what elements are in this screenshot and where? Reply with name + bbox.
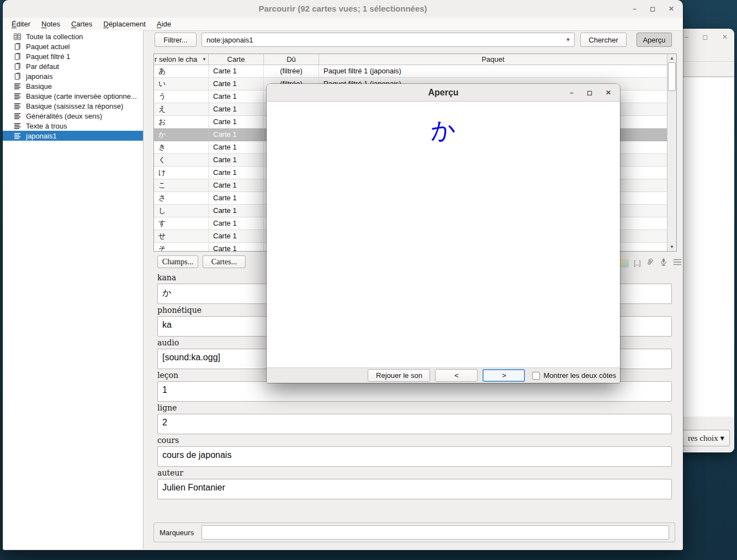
tags-input[interactable] [202,525,669,540]
cell-sort-field: か [154,129,209,141]
cell-sort-field: け [154,167,209,179]
deck-icon [13,62,22,71]
replay-audio-button[interactable]: Rejouer le son [368,369,430,382]
show-both-sides-checkbox[interactable] [532,372,540,380]
bg-close-icon[interactable]: ✕ [722,33,728,41]
minimize-icon[interactable]: – [633,6,637,12]
cell-sort-field: そ [154,243,209,252]
preview-minimize-icon[interactable]: – [570,89,574,96]
sidebar-item-label: Toute la collection [26,33,83,41]
filter-button[interactable]: Filtrer... [155,33,197,47]
column-header-deck[interactable]: Paquet [319,54,667,65]
field-input[interactable]: cours de japonais [157,446,672,467]
cell-sort-field: し [154,205,209,217]
preview-button[interactable]: Aperçu [637,33,672,47]
preview-title: Aperçu [428,88,458,97]
sidebar-item-label: japonais [26,72,52,81]
preview-dialog: Aperçu – ◻ ✕ か Rejouer le son < > Montre… [267,84,620,383]
cards-button[interactable]: Cartes... [203,255,246,268]
table-scrollbar[interactable]: ▲ ▼ [667,54,676,251]
cell-card: Carte 1 [209,103,264,115]
menu-item-aide[interactable]: Aide [151,18,177,30]
menu-item-deplacement[interactable]: Déplacement [98,18,151,30]
preview-card-area: か [267,102,620,368]
scroll-down-icon[interactable]: ▼ [667,244,676,249]
sidebar-item[interactable]: japonais [3,71,143,81]
cell-card: Carte 1 [209,243,264,252]
cell-card: Carte 1 [209,205,264,217]
field-input[interactable]: 2 [157,414,672,434]
cell-card: Carte 1 [209,78,264,90]
sidebar-item-label: Paquet actuel [26,42,70,51]
column-header-sort-field[interactable]: r selon le cha ▼ [154,54,209,65]
cell-sort-field: す [154,217,209,230]
field-input[interactable]: 1 [157,381,672,402]
cell-due: (filtrée) [264,65,319,77]
sidebar-item-label: Généralités (deux sens) [26,112,102,120]
bg-maximize-icon[interactable]: ◻ [702,33,708,41]
sidebar-item-label: Basique (saisissez la réponse) [26,102,123,110]
cell-card: Carte 1 [209,192,264,204]
window-title: Parcourir (92 cartes vues; 1 sélectionné… [258,4,427,13]
sidebar-item-label: Paquet filtré 1 [26,52,70,61]
text-color-icon[interactable] [620,259,629,268]
sidebar-item[interactable]: Basique [3,81,143,91]
sidebar-item-label: Par défaut [26,62,59,71]
sidebar-item-label: Basique [26,82,52,90]
sidebar-item[interactable]: japonais1 [3,131,143,141]
fields-button[interactable]: Champs... [157,255,198,268]
collection-icon [13,33,22,41]
field-input[interactable]: Julien Fontanier [157,479,672,499]
preview-title-bar[interactable]: Aperçu – ◻ ✕ [267,84,620,102]
sidebar-item[interactable]: Basique (saisissez la réponse) [3,101,143,111]
close-icon[interactable]: ✕ [669,6,674,12]
table-row[interactable]: あCarte 1(filtrée)Paquet filtré 1 (japona… [154,65,667,78]
sidebar-item-label: Texte à trous [26,122,67,130]
next-card-button[interactable]: > [483,369,525,382]
sidebar-item[interactable]: Paquet actuel [3,41,143,51]
sidebar-item[interactable]: Généralités (deux sens) [3,111,143,121]
sidebar-item[interactable]: Texte à trous [3,121,143,131]
sidebar-item[interactable]: Par défaut [3,61,143,71]
maximize-icon[interactable]: ◻ [650,6,655,12]
scroll-up-icon[interactable]: ▲ [667,56,676,61]
column-header-due[interactable]: Dû [264,54,319,65]
bg-minimize-icon[interactable]: – [685,33,688,41]
more-options-button[interactable]: res choix ▾ [682,430,730,446]
deck-icon [13,72,22,81]
search-box: ▼ [202,33,575,47]
show-both-sides-label: Montrer les deux côtes [543,371,616,380]
field-label: ligne [157,402,672,414]
cell-card: Carte 1 [209,167,264,179]
title-bar[interactable]: Parcourir (92 cartes vues; 1 sélectionné… [3,0,683,18]
cloze-ellipsis-icon[interactable]: [...] [634,259,640,267]
cell-card: Carte 1 [209,129,264,141]
sidebar-item-label: Basique (carte inversée optionne... [26,92,137,100]
menu-item-cartes[interactable]: Cartes [66,18,98,30]
notetype-icon [13,112,22,120]
column-header-card[interactable]: Carte [209,54,264,65]
cell-sort-field: う [154,90,209,103]
sidebar-item[interactable]: Toute la collection [3,31,143,41]
sidebar-item[interactable]: Paquet filtré 1 [3,51,143,61]
cell-sort-field: く [154,154,209,166]
sidebar-item[interactable]: Basique (carte inversée optionne... [3,91,143,101]
paperclip-icon[interactable] [645,258,654,269]
scrollbar-thumb[interactable] [668,62,676,91]
microphone-icon[interactable] [659,258,668,269]
cell-sort-field: い [154,78,209,90]
bg-content-area [683,77,734,417]
notetype-icon [13,82,22,90]
search-button[interactable]: Chercher [580,33,627,47]
menu-icon[interactable] [673,258,682,268]
editor-toolbar: [...] [620,258,682,269]
preview-maximize-icon[interactable]: ◻ [587,89,592,96]
menu-item-notes[interactable]: Notes [36,18,66,30]
deck-icon [13,42,22,51]
search-input[interactable] [202,35,562,45]
menu-item-editer[interactable]: Éditer [6,18,36,30]
column-header-label: r selon le cha [155,55,197,63]
search-dropdown-icon[interactable]: ▼ [562,37,574,42]
previous-card-button[interactable]: < [435,369,478,382]
preview-close-icon[interactable]: ✕ [606,89,611,96]
